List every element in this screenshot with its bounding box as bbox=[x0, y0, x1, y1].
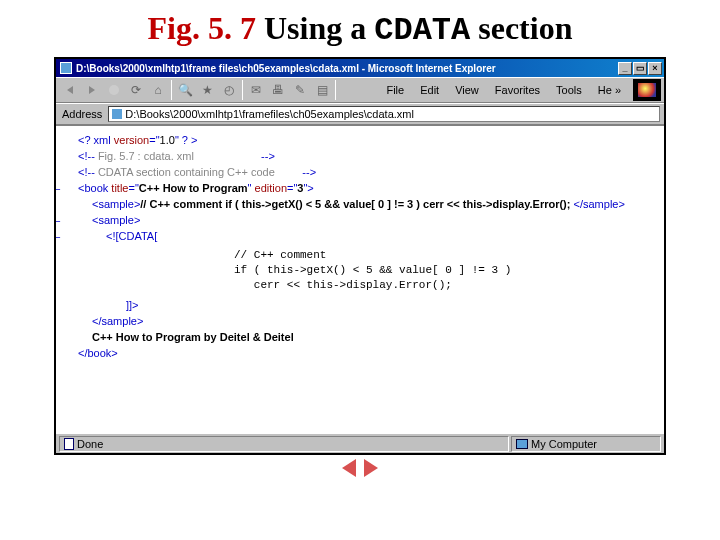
menu-bar: File Edit View Favorites Tools He » bbox=[378, 79, 661, 101]
document-icon bbox=[64, 438, 74, 450]
discuss-button[interactable]: ▤ bbox=[311, 80, 333, 100]
edit-button[interactable]: ✎ bbox=[289, 80, 311, 100]
book-close-tag: </book> bbox=[64, 345, 656, 361]
ie-logo-icon bbox=[633, 79, 661, 101]
address-value: D:\Books\2000\xmlhtp1\framefiles\ch05exa… bbox=[125, 108, 414, 120]
my-computer-icon bbox=[516, 439, 528, 449]
back-button[interactable] bbox=[59, 80, 81, 100]
menu-help[interactable]: He » bbox=[590, 81, 629, 99]
title-bar: D:\Books\2000\xmlhtp1\frame files\ch05ex… bbox=[56, 59, 664, 77]
favorites-button[interactable]: ★ bbox=[196, 80, 218, 100]
forward-button[interactable] bbox=[81, 80, 103, 100]
collapse-toggle[interactable]: – bbox=[56, 228, 60, 244]
ie-window: D:\Books\2000\xmlhtp1\frame files\ch05ex… bbox=[54, 57, 666, 455]
figure-number: Fig. 5. 7 bbox=[148, 10, 256, 46]
book-open-tag: –<book title="C++ How to Program" editio… bbox=[64, 180, 656, 196]
status-message: Done bbox=[59, 436, 509, 452]
toolbar-separator bbox=[242, 80, 243, 100]
cdata-open: –<![CDATA[ bbox=[64, 228, 656, 244]
refresh-button[interactable]: ⟳ bbox=[125, 80, 147, 100]
toolbar-separator bbox=[335, 80, 336, 100]
home-button[interactable]: ⌂ bbox=[147, 80, 169, 100]
ie-page-icon bbox=[60, 62, 72, 74]
xml-comment: <!-- CDATA section containing C++ code -… bbox=[64, 164, 656, 180]
collapse-toggle[interactable]: – bbox=[56, 180, 60, 196]
address-input[interactable]: D:\Books\2000\xmlhtp1\framefiles\ch05exa… bbox=[108, 106, 660, 122]
book-text: C++ How to Program by Deitel & Deitel bbox=[64, 329, 656, 345]
address-bar: Address D:\Books\2000\xmlhtp1\framefiles… bbox=[56, 103, 664, 125]
toolbar-separator bbox=[171, 80, 172, 100]
cdata-content: // C++ commentif ( this->getX() < 5 && v… bbox=[64, 248, 656, 293]
minimize-button[interactable]: _ bbox=[618, 62, 632, 75]
stop-button[interactable] bbox=[103, 80, 125, 100]
menu-tools[interactable]: Tools bbox=[548, 81, 590, 99]
cdata-close: ]]> bbox=[64, 297, 656, 313]
document-viewport: <? xml version="1.0" ? > <!-- Fig. 5.7 :… bbox=[56, 125, 664, 433]
print-button[interactable]: 🖶 bbox=[267, 80, 289, 100]
toolbar: ⟳ ⌂ 🔍 ★ ◴ ✉ 🖶 ✎ ▤ File Edit View Favorit… bbox=[56, 77, 664, 103]
figure-caption: Fig. 5. 7 Using a CDATA section bbox=[0, 0, 720, 57]
menu-favorites[interactable]: Favorites bbox=[487, 81, 548, 99]
xml-declaration: <? xml version="1.0" ? > bbox=[64, 132, 656, 148]
menu-edit[interactable]: Edit bbox=[412, 81, 447, 99]
security-zone: My Computer bbox=[511, 436, 661, 452]
status-bar: Done My Computer bbox=[56, 433, 664, 453]
next-slide-button[interactable] bbox=[364, 459, 378, 477]
slide-navigation bbox=[0, 459, 720, 481]
collapse-toggle[interactable]: – bbox=[56, 212, 60, 228]
prev-slide-button[interactable] bbox=[342, 459, 356, 477]
page-icon bbox=[112, 109, 122, 119]
close-button[interactable]: × bbox=[648, 62, 662, 75]
address-label: Address bbox=[60, 108, 104, 120]
maximize-button[interactable]: ▭ bbox=[633, 62, 647, 75]
menu-view[interactable]: View bbox=[447, 81, 487, 99]
sample-close-tag: </sample> bbox=[64, 313, 656, 329]
sample-open-tag: –<sample> bbox=[64, 212, 656, 228]
history-button[interactable]: ◴ bbox=[218, 80, 240, 100]
search-button[interactable]: 🔍 bbox=[174, 80, 196, 100]
window-title: D:\Books\2000\xmlhtp1\frame files\ch05ex… bbox=[76, 63, 496, 74]
mail-button[interactable]: ✉ bbox=[245, 80, 267, 100]
xml-comment: <!-- Fig. 5.7 : cdata. xml --> bbox=[64, 148, 656, 164]
sample-inline: <sample>// C++ comment if ( this->getX()… bbox=[64, 196, 656, 212]
menu-file[interactable]: File bbox=[378, 81, 412, 99]
